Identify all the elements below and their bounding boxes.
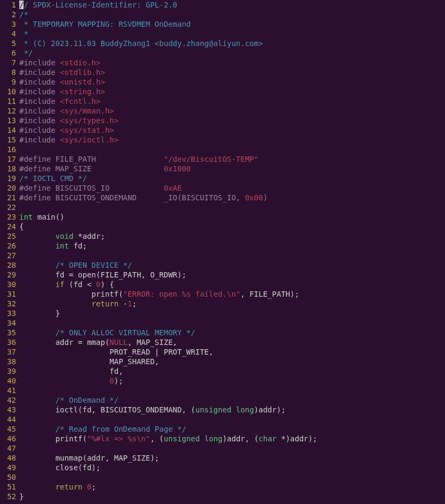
code-content[interactable]: void *addr; bbox=[19, 231, 105, 241]
code-line[interactable]: 30 if (fd < 0) { bbox=[0, 280, 445, 289]
code-line[interactable]: 18#define MAP_SIZE 0x1000 bbox=[0, 164, 445, 174]
code-content[interactable]: * TEMPORARY MAPPING: RSVDMEM OnDemand bbox=[19, 19, 191, 29]
code-line[interactable]: 35 /* ONLY ALLOC VIRTUAL MEMORY */ bbox=[0, 328, 445, 337]
code-line[interactable]: 6 */ bbox=[0, 48, 445, 58]
token: %#lx bbox=[92, 434, 110, 443]
code-content[interactable]: /* ONLY ALLOC VIRTUAL MEMORY */ bbox=[19, 328, 195, 337]
code-line[interactable]: 22 bbox=[0, 202, 445, 212]
code-line[interactable]: 41 bbox=[0, 386, 445, 395]
code-content[interactable]: * (C) 2023.11.03 BuddyZhang1 <buddy.zhan… bbox=[19, 39, 263, 48]
code-content[interactable]: #define MAP_SIZE 0x1000 bbox=[19, 164, 191, 174]
code-content[interactable]: #include <sys/stat.h> bbox=[19, 125, 114, 135]
code-content[interactable]: munmap(addr, MAP_SIZE); bbox=[19, 453, 159, 463]
code-content[interactable]: #define FILE_PATH "/dev/BiscuitOS-TEMP" bbox=[19, 154, 259, 164]
code-content[interactable]: /* OPEN DEVICE */ bbox=[19, 260, 132, 270]
code-content[interactable]: #include <sys/mman.h> bbox=[19, 106, 114, 116]
code-line[interactable]: 34 bbox=[0, 318, 445, 328]
code-content[interactable]: /* Read from OnDemand Page */ bbox=[19, 424, 186, 434]
code-line[interactable]: 24{ bbox=[0, 222, 445, 231]
code-line[interactable]: 31 printf("ERROR: open %s failed.\n", FI… bbox=[0, 289, 445, 299]
code-line[interactable]: 12#include <sys/mman.h> bbox=[0, 106, 445, 116]
code-line[interactable]: 52} bbox=[0, 492, 445, 501]
code-content[interactable]: } bbox=[19, 492, 24, 501]
code-content[interactable]: * bbox=[19, 29, 28, 39]
code-content[interactable]: #define BISCUITOS_IO 0xAE bbox=[19, 183, 182, 193]
code-content[interactable]: 0); bbox=[19, 376, 123, 386]
code-line[interactable]: 9#include <unistd.h> bbox=[0, 77, 445, 87]
code-line[interactable]: 25 void *addr; bbox=[0, 231, 445, 241]
code-line[interactable]: 10#include <string.h> bbox=[0, 87, 445, 96]
code-content[interactable]: MAP_SHARED, bbox=[19, 357, 159, 366]
code-line[interactable]: 13#include <sys/types.h> bbox=[0, 116, 445, 125]
code-content[interactable]: if (fd < 0) { bbox=[19, 280, 114, 289]
code-content[interactable]: return 0; bbox=[19, 482, 96, 492]
code-line[interactable]: 40 0); bbox=[0, 376, 445, 386]
line-number: 32 bbox=[0, 299, 19, 309]
code-line[interactable]: 48 munmap(addr, MAP_SIZE); bbox=[0, 453, 445, 463]
code-line[interactable]: 21#define BISCUITOS_ONDEMAND _IO(BISCUIT… bbox=[0, 193, 445, 202]
code-content[interactable]: #include <unistd.h> bbox=[19, 77, 105, 87]
code-line[interactable]: 15#include <sys/ioctl.h> bbox=[0, 135, 445, 145]
code-line[interactable]: 28 /* OPEN DEVICE */ bbox=[0, 260, 445, 270]
code-line[interactable]: 4 * bbox=[0, 29, 445, 39]
token: #define BISCUITOS_IO bbox=[19, 184, 164, 192]
code-content[interactable]: printf("ERROR: open %s failed.\n", FILE_… bbox=[19, 289, 299, 299]
code-content[interactable]: { bbox=[19, 222, 24, 231]
code-line[interactable]: 42 /* OnDemand */ bbox=[0, 395, 445, 405]
code-content[interactable]: #include <stdlib.h> bbox=[19, 67, 105, 77]
code-line[interactable]: 3 * TEMPORARY MAPPING: RSVDMEM OnDemand bbox=[0, 19, 445, 29]
code-line[interactable]: 20#define BISCUITOS_IO 0xAE bbox=[0, 183, 445, 193]
code-content[interactable]: fd, bbox=[19, 366, 123, 376]
code-content[interactable]: ioctl(fd, BISCUITOS_ONDEMAND, (unsigned … bbox=[19, 405, 285, 415]
code-line[interactable]: 32 return -1; bbox=[0, 299, 445, 309]
code-content[interactable]: */ bbox=[19, 48, 33, 58]
code-line[interactable]: 8#include <stdlib.h> bbox=[0, 67, 445, 77]
code-line[interactable]: 16 bbox=[0, 145, 445, 154]
code-line[interactable]: 37 PROT_READ | PROT_WRITE, bbox=[0, 347, 445, 357]
code-line[interactable]: 2/* bbox=[0, 10, 445, 19]
code-content[interactable]: #include <sys/ioctl.h> bbox=[19, 135, 118, 145]
code-line[interactable]: 36 addr = mmap(NULL, MAP_SIZE, bbox=[0, 337, 445, 347]
code-line[interactable]: 7#include <stdio.h> bbox=[0, 58, 445, 67]
code-content[interactable]: printf("%#lx => %s\n", (unsigned long)ad… bbox=[19, 434, 317, 443]
code-content[interactable]: fd = open(FILE_PATH, O_RDWR); bbox=[19, 270, 186, 280]
code-line[interactable]: 49 close(fd); bbox=[0, 463, 445, 472]
code-content[interactable]: #define BISCUITOS_ONDEMAND _IO(BISCUITOS… bbox=[19, 193, 268, 202]
code-line[interactable]: 26 int fd; bbox=[0, 241, 445, 251]
code-content[interactable]: return -1; bbox=[19, 299, 137, 309]
code-content[interactable]: } bbox=[19, 309, 60, 318]
code-line[interactable]: 1// SPDX-License-Identifier: GPL-2.0 bbox=[0, 0, 445, 10]
code-line[interactable]: 43 ioctl(fd, BISCUITOS_ONDEMAND, (unsign… bbox=[0, 405, 445, 415]
code-line[interactable]: 29 fd = open(FILE_PATH, O_RDWR); bbox=[0, 270, 445, 280]
code-line[interactable]: 46 printf("%#lx => %s\n", (unsigned long… bbox=[0, 434, 445, 443]
code-line[interactable]: 39 fd, bbox=[0, 366, 445, 376]
code-content[interactable]: close(fd); bbox=[19, 463, 101, 472]
code-line[interactable]: 44 bbox=[0, 415, 445, 424]
code-line[interactable]: 14#include <sys/stat.h> bbox=[0, 125, 445, 135]
code-line[interactable]: 50 bbox=[0, 472, 445, 482]
code-line[interactable]: 5 * (C) 2023.11.03 BuddyZhang1 <buddy.zh… bbox=[0, 39, 445, 48]
code-content[interactable]: PROT_READ | PROT_WRITE, bbox=[19, 347, 213, 357]
code-line[interactable]: 11#include <fcntl.h> bbox=[0, 96, 445, 106]
code-line[interactable]: 27 bbox=[0, 251, 445, 260]
code-content[interactable]: /* IOCTL CMD */ bbox=[19, 174, 87, 183]
code-content[interactable]: /* OnDemand */ bbox=[19, 395, 118, 405]
code-content[interactable]: #include <fcntl.h> bbox=[19, 96, 101, 106]
code-line[interactable]: 51 return 0; bbox=[0, 482, 445, 492]
code-content[interactable]: /* bbox=[19, 10, 28, 19]
code-content[interactable]: int main() bbox=[19, 212, 64, 222]
code-content[interactable]: addr = mmap(NULL, MAP_SIZE, bbox=[19, 337, 177, 347]
code-content[interactable]: #include <sys/types.h> bbox=[19, 116, 118, 125]
code-line[interactable]: 45 /* Read from OnDemand Page */ bbox=[0, 424, 445, 434]
code-content[interactable]: #include <string.h> bbox=[19, 87, 105, 96]
code-content[interactable]: // SPDX-License-Identifier: GPL-2.0 bbox=[19, 0, 177, 10]
code-editor[interactable]: 1// SPDX-License-Identifier: GPL-2.02/*3… bbox=[0, 0, 445, 501]
code-line[interactable]: 23int main() bbox=[0, 212, 445, 222]
code-line[interactable]: 38 MAP_SHARED, bbox=[0, 357, 445, 366]
code-line[interactable]: 17#define FILE_PATH "/dev/BiscuitOS-TEMP… bbox=[0, 154, 445, 164]
code-line[interactable]: 47 bbox=[0, 443, 445, 453]
code-line[interactable]: 19/* IOCTL CMD */ bbox=[0, 174, 445, 183]
code-line[interactable]: 33 } bbox=[0, 309, 445, 318]
code-content[interactable]: #include <stdio.h> bbox=[19, 58, 101, 67]
code-content[interactable]: int fd; bbox=[19, 241, 87, 251]
